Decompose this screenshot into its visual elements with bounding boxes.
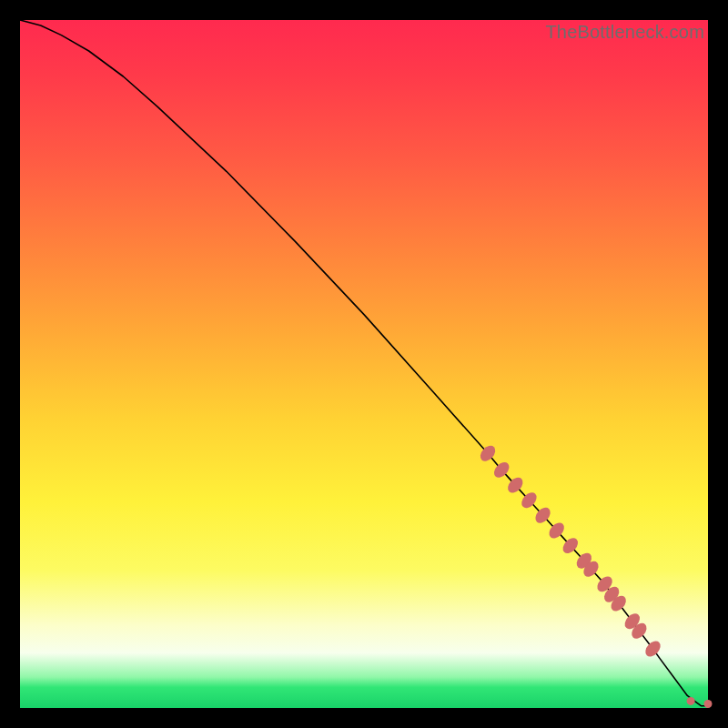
data-marker [687, 697, 695, 705]
bottleneck-curve [20, 20, 708, 706]
data-marker [704, 700, 713, 708]
chart-stage: TheBottleneck.com [0, 0, 728, 728]
data-marker [642, 638, 663, 659]
marker-group [478, 443, 713, 708]
plot-area: TheBottleneck.com [20, 20, 708, 708]
chart-svg [20, 20, 708, 708]
